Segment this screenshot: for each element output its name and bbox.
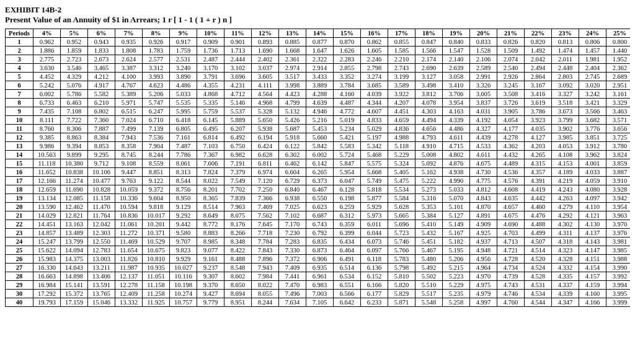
value-cell: 5.335	[197, 99, 224, 107]
value-cell: 4.097	[579, 194, 606, 203]
value-cell: 6.399	[334, 229, 361, 237]
value-cell: 1.647	[306, 47, 334, 55]
value-cell: 3.245	[497, 81, 525, 90]
value-cell: 4.514	[525, 246, 552, 255]
value-cell: 4.843	[470, 194, 497, 203]
period-cell: 11	[6, 125, 33, 133]
value-cell: 5.971	[115, 99, 143, 107]
value-cell: 8.358	[115, 142, 143, 151]
value-cell: 3.985	[606, 246, 631, 255]
value-cell: 0.833	[470, 38, 497, 47]
value-cell: 4.910	[415, 142, 443, 151]
value-cell: 4.739	[497, 272, 525, 281]
value-cell: 1.492	[525, 47, 552, 55]
value-cell: 15.046	[88, 298, 115, 307]
value-cell: 8.951	[224, 298, 252, 307]
value-cell: 4.265	[525, 151, 552, 159]
value-cell: 7.360	[88, 116, 115, 125]
value-cell: 8.061	[170, 159, 197, 168]
value-cell: 12.278	[115, 281, 143, 290]
value-cell: 7.108	[61, 107, 88, 116]
value-cell: 4.357	[525, 168, 552, 177]
value-cell: 2.775	[33, 55, 61, 64]
value-cell: 4.968	[252, 99, 279, 107]
value-cell: 8.201	[197, 185, 224, 194]
value-cell: 7.499	[115, 125, 143, 133]
value-cell: 6.604	[279, 168, 306, 177]
value-cell: 5.132	[279, 107, 306, 116]
value-cell: 3.167	[525, 81, 552, 90]
value-cell: 4.775	[470, 177, 497, 185]
value-cell: 3.685	[361, 81, 388, 90]
value-cell: 14.898	[61, 272, 88, 281]
value-cell: 4.488	[525, 220, 552, 229]
value-cell: 3.998	[279, 81, 306, 90]
value-cell: 8.313	[170, 168, 197, 177]
table-row: 139.9869.3948.8538.3587.9047.4877.1036.7…	[6, 142, 631, 151]
value-cell: 7.024	[115, 116, 143, 125]
value-cell: 4.489	[497, 159, 525, 168]
period-cell: 12	[6, 133, 33, 142]
value-cell: 10.935	[143, 264, 170, 272]
value-cell: 9.307	[197, 272, 224, 281]
value-cell: 2.074	[497, 55, 525, 64]
value-cell: 5.871	[388, 298, 415, 307]
value-cell: 7.536	[143, 133, 170, 142]
value-cell: 3.992	[606, 272, 631, 281]
table-row: 1812.65911.69010.82810.0599.3728.7568.20…	[6, 185, 631, 194]
value-cell: 3.463	[606, 107, 631, 116]
table-row: 97.4357.1086.8026.5156.2475.9955.7595.53…	[6, 107, 631, 116]
value-cell: 4.423	[279, 90, 306, 99]
value-cell: 6.935	[306, 264, 334, 272]
value-cell: 5.242	[33, 81, 61, 90]
period-cell: 21	[6, 211, 33, 220]
value-cell: 5.759	[197, 107, 224, 116]
value-cell: 1.736	[197, 47, 224, 55]
value-cell: 5.316	[415, 194, 443, 203]
value-cell: 2.855	[334, 64, 361, 73]
value-cell: 0.917	[170, 38, 197, 47]
value-cell: 4.656	[415, 125, 443, 133]
value-cell: 10.810	[143, 255, 170, 264]
value-cell: 6.097	[361, 246, 388, 255]
period-cell: 2	[6, 47, 33, 55]
value-cell: 14.857	[33, 229, 61, 237]
value-cell: 2.914	[306, 64, 334, 73]
value-cell: 8.745	[115, 151, 143, 159]
value-cell: 4.639	[306, 99, 334, 107]
value-cell: 1.440	[606, 47, 631, 55]
value-cell: 0.806	[579, 38, 606, 47]
value-cell: 6.302	[279, 151, 306, 159]
value-cell: 6.495	[197, 125, 224, 133]
value-cell: 4.607	[361, 107, 388, 116]
value-cell: 3.416	[525, 90, 552, 99]
value-cell: 3.928	[606, 185, 631, 194]
value-cell: 7.722	[61, 116, 88, 125]
value-cell: 11.258	[143, 290, 170, 298]
value-cell: 5.534	[388, 185, 415, 194]
value-cell: 7.470	[279, 281, 306, 290]
value-cell: 5.101	[443, 203, 470, 211]
period-cell: 40	[6, 298, 33, 307]
table-row: 3017.29215.37213.76512.40911.25810.2749.…	[6, 290, 631, 298]
rate-header: 16%	[361, 29, 388, 38]
value-cell: 10.106	[88, 168, 115, 177]
value-cell: 1.759	[170, 47, 197, 55]
value-cell: 4.494	[415, 116, 443, 125]
rate-header: 17%	[388, 29, 415, 38]
value-cell: 7.230	[279, 229, 306, 237]
value-cell: 5.235	[443, 290, 470, 298]
value-cell: 11.652	[33, 168, 61, 177]
value-cell: 9.427	[197, 290, 224, 298]
value-cell: 5.033	[170, 90, 197, 99]
value-cell: 4.534	[525, 290, 552, 298]
value-cell: 3.589	[388, 81, 415, 90]
value-cell: 3.993	[143, 73, 170, 81]
period-cell: 14	[6, 151, 33, 159]
value-cell: 4.946	[306, 107, 334, 116]
value-cell: 13.163	[61, 220, 88, 229]
value-cell: 1.547	[443, 47, 470, 55]
table-row: 10.9620.9520.9430.9350.9260.9170.9090.90…	[6, 38, 631, 47]
value-cell: 12.137	[115, 272, 143, 281]
value-cell: 3.161	[606, 90, 631, 99]
